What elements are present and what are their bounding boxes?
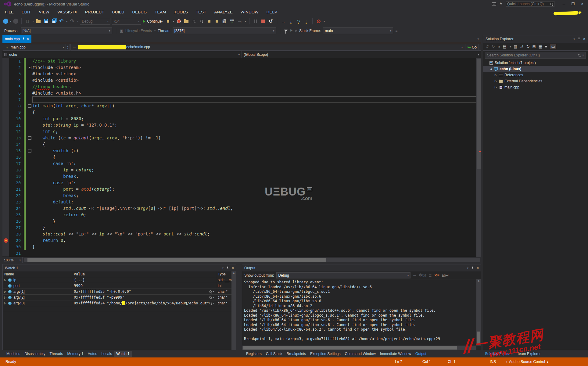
goto-icon[interactable]: ⇥ <box>237 18 243 25</box>
watch-value-cell[interactable]: 0x7fffffffed24 "/home//projects/echo/bin… <box>72 300 216 306</box>
bottom-tab-output[interactable]: Output <box>413 351 428 357</box>
va-spinner-control[interactable]: ▲▼ <box>66 44 70 51</box>
solution-configuration-combo[interactable]: Debug▾ <box>80 18 110 25</box>
watch-pin-icon[interactable] <box>226 266 229 270</box>
watch-name-cell[interactable]: ▷argv[2] <box>3 295 72 300</box>
spell-check-icon[interactable]: abc✓ <box>229 18 235 25</box>
breakpoint-margin[interactable] <box>2 90 9 96</box>
code-line-text[interactable]: return 0; <box>32 212 481 218</box>
code-line-text[interactable] <box>32 250 481 257</box>
watch-value-cell[interactable]: {...} <box>72 277 216 283</box>
breakpoint-margin[interactable] <box>2 109 9 116</box>
notifications-flag-icon[interactable]: ⚑ <box>499 2 503 6</box>
tree-expander-icon[interactable]: ▷ <box>495 86 498 89</box>
find-symbol-icon[interactable] <box>191 18 197 25</box>
watch-scrollbar[interactable]: ▲ <box>231 271 236 350</box>
fold-toggle-icon[interactable]: − <box>28 149 31 152</box>
project-scope-combo[interactable]: echo ▾ <box>2 51 242 58</box>
breakpoint-margin[interactable] <box>2 244 9 250</box>
output-close-icon[interactable]: × <box>477 266 479 270</box>
menu-item-vassistx[interactable]: VASSISTX <box>57 10 77 14</box>
hscroll-thumb[interactable] <box>27 258 326 262</box>
solution-tree[interactable]: Solution 'echo' (1 project)◢echo (Linux)… <box>483 60 588 90</box>
breakpoint-current-statement-icon[interactable]: → <box>4 238 8 243</box>
code-line-text[interactable] <box>32 96 481 103</box>
expander-icon[interactable]: ▷ <box>4 278 7 282</box>
bottom-tab-disassembly[interactable]: Disassembly <box>22 351 47 357</box>
fold-margin[interactable]: − <box>27 135 32 141</box>
fold-margin[interactable]: − <box>27 64 32 71</box>
watch-name-cell[interactable]: ▷argv[1] <box>3 289 72 295</box>
filter-threads-icon[interactable] <box>284 30 288 32</box>
redo-icon[interactable]: ↷ <box>69 18 75 25</box>
breakpoint-margin[interactable] <box>2 122 9 128</box>
breakpoint-margin[interactable] <box>2 103 9 109</box>
breakpoint-margin[interactable] <box>2 77 9 84</box>
va-path-combo[interactable]: → echo\main.cpp ▾ ↪ Go <box>70 44 481 51</box>
breakpoint-margin[interactable] <box>2 199 9 205</box>
expander-icon[interactable]: ▷ <box>4 302 7 305</box>
solution-explorer-search-input[interactable]: Search Solution Explorer (Ctrl+;) ▾ <box>485 52 586 59</box>
watch-title-bar[interactable]: Watch 1 ▾ × <box>3 264 236 271</box>
code-line-text[interactable]: case 'h': <box>32 160 481 167</box>
close-button[interactable]: × <box>578 1 587 7</box>
watch-value-cell[interactable]: 0x7fffffffed55 "-h0.0.0.0"▾ <box>72 289 216 295</box>
breakpoint-margin[interactable] <box>2 250 9 257</box>
watch-row[interactable]: ▷argv[0]0x7fffffffed24 "/home//projects/… <box>3 300 231 306</box>
breakpoint-margin[interactable] <box>2 58 9 64</box>
se-sync-icon[interactable]: ⇄ <box>520 44 524 49</box>
code-line-text[interactable]: { <box>32 154 481 160</box>
breakpoint-margin[interactable] <box>2 84 9 90</box>
pause-icon[interactable] <box>253 18 259 25</box>
bottom-tab-registers[interactable]: Registers <box>244 351 264 357</box>
se-refresh-icon[interactable]: ↻ <box>526 44 530 49</box>
paste-icon[interactable]: 🗐 <box>221 18 228 25</box>
find-references-icon[interactable] <box>199 18 205 25</box>
watch-value-cell[interactable]: 0x7fffffffed5f "-p9999"▾ <box>72 295 216 300</box>
pin-tab-icon[interactable] <box>22 37 25 41</box>
breakpoint-margin[interactable] <box>2 167 9 173</box>
code-line-text[interactable]: int main(int argc, char* argv[]) <box>32 103 481 109</box>
se-close-icon[interactable]: × <box>583 37 585 41</box>
menu-item-edit[interactable]: EDIT <box>22 10 31 14</box>
breakpoint-margin[interactable] <box>2 218 9 224</box>
breakpoint-margin[interactable] <box>2 212 9 218</box>
watch-close-icon[interactable]: × <box>232 266 234 270</box>
editor-vertical-scrollbar[interactable] <box>476 58 481 257</box>
output-horizontal-scrollbar[interactable] <box>242 346 476 350</box>
bottom-tab-locals[interactable]: Locals <box>99 351 114 357</box>
tab-main-cpp[interactable]: main.cpp × <box>2 35 31 43</box>
bottom-tab-command-window[interactable]: Command Window <box>343 351 378 357</box>
menu-item-project[interactable]: PROJECT <box>85 10 104 14</box>
nav-next-icon[interactable]: → <box>214 18 220 25</box>
quick-launch-input[interactable]: Quick Launch (Ctrl+Q) <box>506 1 554 7</box>
tree-item-external-dependencies[interactable]: ▷External Dependencies <box>483 78 588 84</box>
output-window-menu-icon[interactable]: ▾ <box>467 267 468 270</box>
output-text[interactable]: Stopped due to shared library event: Inf… <box>242 279 476 346</box>
bottom-tab-modules[interactable]: Modules <box>4 351 22 357</box>
output-pin-icon[interactable] <box>471 266 474 270</box>
se-show-all-files-icon[interactable]: ▦ <box>539 44 542 49</box>
scrollbar-thumb[interactable] <box>477 59 481 169</box>
menu-item-file[interactable]: FILE <box>5 10 14 14</box>
menu-item-build[interactable]: BUILD <box>112 10 124 14</box>
code-editor[interactable]: 1//c++ std library2−#include <iostream>3… <box>2 58 481 257</box>
minimize-button[interactable]: ─ <box>559 1 568 7</box>
save-icon[interactable] <box>43 18 49 25</box>
save-all-icon[interactable] <box>51 18 57 25</box>
code-line-text[interactable]: int c; <box>32 128 481 135</box>
continue-button[interactable]: Continue ▾ <box>143 19 163 23</box>
va-file-combo[interactable]: → main.cpp ▾ <box>3 44 66 51</box>
menu-item-view[interactable]: VIEW <box>39 10 49 14</box>
breakpoint-margin[interactable] <box>2 71 9 77</box>
se-forward-icon[interactable]: ↻ <box>492 44 495 49</box>
magnifier-icon[interactable]: ▾ <box>209 302 214 305</box>
fold-margin[interactable]: − <box>27 103 32 109</box>
code-line-text[interactable]: { <box>32 141 481 148</box>
code-line-text[interactable]: std::cout << "ip:" << ip << "\n" << "por… <box>32 231 481 237</box>
step-over-icon[interactable]: ↷ <box>296 18 302 25</box>
watch-row[interactable]: ▷argv[1]0x7fffffffed55 "-h0.0.0.0"▾char … <box>3 289 231 295</box>
tree-expander-icon[interactable]: ▷ <box>495 74 498 77</box>
code-line-text[interactable]: while ((c = getopt(argc, argv, "h:p:")) … <box>32 135 481 141</box>
navigate-back-icon[interactable]: ← <box>3 19 8 24</box>
